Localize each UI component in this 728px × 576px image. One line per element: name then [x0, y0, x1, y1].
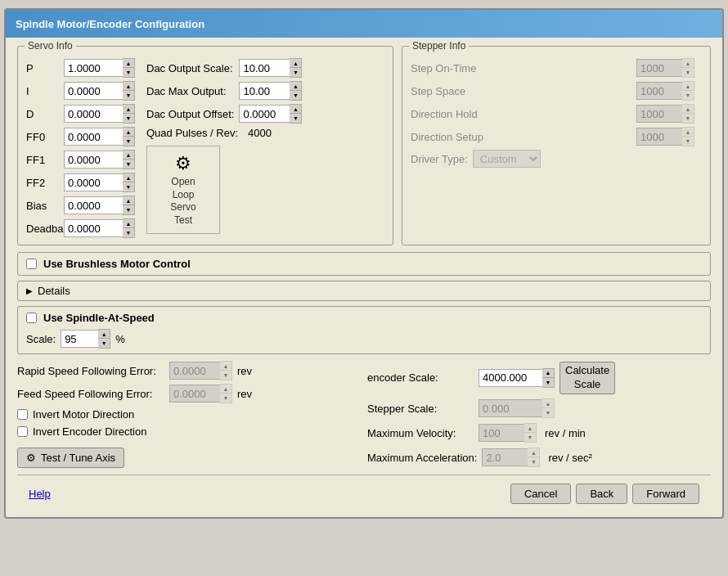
ff0-input[interactable] — [64, 128, 123, 146]
dac-offset-down[interactable]: ▼ — [290, 114, 301, 123]
calculate-scale-button[interactable]: Calculate Scale — [559, 362, 615, 394]
brushless-motor-label: Use Brushless Motor Control — [43, 258, 191, 270]
max-vel-down: ▼ — [524, 433, 536, 442]
ff1-down[interactable]: ▼ — [123, 160, 134, 169]
deadband-down[interactable]: ▼ — [123, 228, 134, 237]
d-input[interactable] — [64, 105, 123, 123]
servo-dac-col: Dac Output Scale: ▲▼ Dac Max Output: ▲▼ — [146, 58, 317, 238]
dac-scale-input[interactable] — [239, 59, 290, 77]
bias-input[interactable] — [64, 196, 123, 214]
dir-setup-input — [636, 128, 682, 146]
p-label: P — [26, 62, 61, 74]
d-down[interactable]: ▼ — [123, 114, 134, 123]
max-accel-up: ▲ — [528, 448, 539, 457]
encoder-scale-input[interactable] — [479, 369, 542, 387]
max-velocity-unit: rev / min — [545, 427, 586, 439]
ff2-down[interactable]: ▼ — [123, 182, 134, 191]
rapid-speed-input — [169, 362, 220, 380]
scale-down[interactable]: ▼ — [98, 339, 110, 348]
title-bar: Spindle Motor/Encoder Configuration — [6, 10, 722, 38]
bottom-section: Rapid Speed Following Error: ▲▼ rev Feed… — [17, 361, 711, 468]
dac-max-up[interactable]: ▲ — [290, 82, 301, 91]
bias-down[interactable]: ▼ — [123, 205, 134, 214]
invert-encoder-checkbox[interactable] — [17, 426, 28, 437]
scale-input[interactable] — [61, 330, 98, 348]
servo-col1: P ▲ ▼ I — [26, 58, 135, 238]
rapid-speed-row: Rapid Speed Following Error: ▲▼ rev — [17, 361, 361, 380]
feed-speed-label: Feed Speed Following Error: — [17, 388, 164, 400]
dir-setup-up: ▲ — [682, 128, 694, 137]
stepper-info-label: Stepper Info — [409, 40, 469, 52]
invert-motor-checkbox[interactable] — [17, 409, 28, 420]
servo-info-label: Servo Info — [25, 40, 76, 52]
dac-scale-down[interactable]: ▼ — [290, 68, 301, 77]
p-spin-up[interactable]: ▲ — [123, 59, 134, 68]
p-spin: ▲ ▼ — [64, 58, 135, 78]
brushless-motor-checkbox[interactable] — [26, 259, 37, 269]
dac-scale-up[interactable]: ▲ — [290, 59, 301, 68]
step-on-up: ▲ — [682, 59, 694, 68]
details-row[interactable]: ▶ Details — [17, 281, 711, 301]
rapid-speed-label: Rapid Speed Following Error: — [17, 365, 164, 377]
dac-offset-input[interactable] — [239, 105, 290, 123]
d-label: D — [26, 108, 61, 120]
dir-setup-down: ▼ — [682, 137, 694, 146]
step-space-spin: ▲▼ — [636, 81, 702, 101]
details-triangle[interactable]: ▶ — [26, 286, 33, 295]
spindle-at-speed-checkbox[interactable] — [26, 313, 37, 323]
i-spin: ▲▼ — [64, 81, 135, 101]
content-area: Servo Info P ▲ ▼ — [6, 38, 722, 517]
details-label: Details — [38, 285, 70, 297]
i-input[interactable] — [64, 82, 123, 100]
cancel-button[interactable]: Cancel — [510, 484, 571, 504]
quad-row: Quad Pulses / Rev: 4000 — [146, 127, 317, 139]
stepper-info-group: Stepper Info Step On-Time ▲▼ Step Space … — [402, 46, 711, 245]
ff1-up[interactable]: ▲ — [123, 151, 134, 160]
rapid-down: ▼ — [220, 371, 231, 380]
dir-hold-up: ▲ — [682, 105, 694, 114]
back-button[interactable]: Back — [576, 484, 627, 504]
max-velocity-label: Maximum Velocity: — [367, 427, 474, 439]
max-accel-spin: ▲▼ — [482, 448, 540, 467]
stepper-scale-down: ▼ — [542, 408, 554, 417]
open-loop-text: OpenLoopServoTest — [170, 176, 195, 227]
max-velocity-spin: ▲▼ — [479, 423, 537, 443]
enc-up[interactable]: ▲ — [542, 369, 554, 378]
help-link[interactable]: Help — [29, 488, 51, 500]
bias-up[interactable]: ▲ — [123, 196, 134, 205]
ff0-down[interactable]: ▼ — [123, 137, 134, 146]
d-up[interactable]: ▲ — [123, 105, 134, 114]
i-down[interactable]: ▼ — [123, 91, 134, 100]
deadband-input[interactable] — [64, 219, 123, 237]
step-on-time-input — [636, 59, 682, 77]
bottom-right: encoder Scale: ▲▼ Calculate Scale Steppe… — [367, 361, 711, 468]
p-input[interactable] — [64, 59, 123, 77]
encoder-scale-row: encoder Scale: ▲▼ Calculate Scale — [367, 361, 711, 395]
feed-unit: rev — [237, 388, 252, 400]
rapid-up: ▲ — [220, 362, 231, 371]
step-space-input — [636, 82, 682, 100]
bias-label: Bias — [26, 200, 61, 212]
ff2-up[interactable]: ▲ — [123, 173, 134, 182]
forward-button[interactable]: Forward — [632, 484, 699, 504]
ff0-up[interactable]: ▲ — [123, 128, 134, 137]
stepper-scale-label: Stepper Scale: — [367, 403, 474, 415]
enc-down[interactable]: ▼ — [542, 378, 554, 387]
open-loop-button[interactable]: ⚙ OpenLoopServoTest — [146, 146, 220, 234]
ff2-input[interactable] — [64, 173, 123, 191]
dac-offset-up[interactable]: ▲ — [290, 105, 301, 114]
scale-label: Scale: — [26, 333, 56, 345]
scale-up[interactable]: ▲ — [98, 330, 110, 339]
quad-label: Quad Pulses / Rev: — [146, 127, 238, 139]
i-up[interactable]: ▲ — [123, 82, 134, 91]
dac-max-down[interactable]: ▼ — [290, 91, 301, 100]
p-spin-down[interactable]: ▼ — [123, 68, 134, 77]
ff1-input[interactable] — [64, 151, 123, 169]
test-tune-button[interactable]: ⚙ Test / Tune Axis — [17, 448, 124, 468]
deadband-up[interactable]: ▲ — [123, 219, 134, 228]
max-velocity-input — [479, 424, 524, 442]
dir-hold-down: ▼ — [682, 114, 694, 123]
brushless-motor-row: Use Brushless Motor Control — [17, 252, 711, 276]
dac-max-input[interactable] — [239, 82, 290, 100]
invert-motor-label: Invert Motor Direction — [33, 408, 134, 421]
